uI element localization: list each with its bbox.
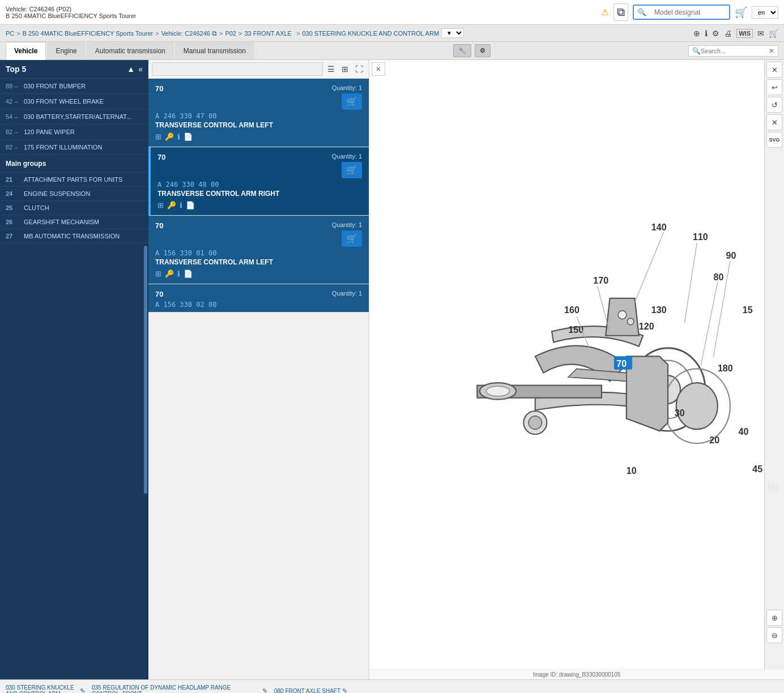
thumb-label-2[interactable]: 035 REGULATION OF DYNAMIC HEADLAMP RANGE… xyxy=(86,685,267,693)
tab-manual-transmission[interactable]: Manual transmission xyxy=(175,42,254,59)
diagram-area: ✕ xyxy=(369,60,784,679)
part-item-4-pos: 70 xyxy=(155,290,163,298)
sidebar-main-groups-label: Main groups xyxy=(0,155,148,173)
thumb-label-1[interactable]: 030 STEERING KNUCKLE AND CONTROL ARM ✎ xyxy=(6,685,85,693)
svg-text:180: 180 xyxy=(718,363,733,373)
sidebar-main-27[interactable]: 27 MB AUTOMATIC TRANSMISSION xyxy=(0,229,148,243)
sidebar-main-25[interactable]: 25 CLUTCH xyxy=(0,201,148,215)
mail-icon[interactable]: ✉ xyxy=(757,29,764,38)
tab-extra-icons: 🔧 ⚙ xyxy=(453,44,491,57)
list-view-icon[interactable]: ☰ xyxy=(325,63,337,75)
sidebar-close-btn[interactable]: « xyxy=(138,65,143,74)
thumb-2-edit-icon[interactable]: ✎ xyxy=(262,687,267,694)
search-icon: 🔍 xyxy=(634,6,650,19)
part-3-info-icon[interactable]: ℹ xyxy=(177,270,180,278)
part-1-table-icon[interactable]: ⊞ xyxy=(155,132,161,141)
expand-icon[interactable]: ⛶ xyxy=(353,63,365,75)
diagram-history-btn[interactable]: ↩ xyxy=(766,79,782,95)
add-to-cart-btn-3[interactable]: 🛒 xyxy=(342,230,362,247)
nav-search-icon: 🔍 xyxy=(692,47,701,55)
svg-text:130: 130 xyxy=(651,305,667,315)
part-1-key-icon[interactable]: 🔑 xyxy=(165,132,174,141)
part-item-1-name: TRANSVERSE CONTROL ARM LEFT xyxy=(155,121,362,129)
sidebar-header: Top 5 ▲ « xyxy=(0,60,148,79)
svg-text:45: 45 xyxy=(752,464,762,474)
model-search-input[interactable] xyxy=(650,6,729,19)
diagram-image-id: Image ID: drawing_B33030000105 xyxy=(369,669,784,679)
thumb-label-3[interactable]: 080 FRONT AXLE SHAFT ✎ xyxy=(269,685,347,693)
breadcrumb-frontaxle[interactable]: 33 FRONT AXLE xyxy=(244,30,292,37)
part-3-doc-icon[interactable]: 📄 xyxy=(184,270,193,278)
diagram-cross-btn[interactable]: ✕ xyxy=(766,114,782,130)
diagram-svg-btn[interactable]: SVG xyxy=(766,132,782,148)
diagram-zoom-in-btn[interactable]: ⊕ xyxy=(766,610,782,626)
sidebar-main-24[interactable]: 24 ENGINE SUSPENSION xyxy=(0,187,148,201)
part-item-2-name: TRANSVERSE CONTROL ARM RIGHT xyxy=(157,190,362,198)
svg-line-33 xyxy=(701,282,718,365)
info-icon[interactable]: ℹ xyxy=(705,29,708,38)
part-1-doc-icon[interactable]: 📄 xyxy=(184,132,193,141)
part-item-4: 70 Quantity: 1 A 156 330 02 00 xyxy=(148,284,369,313)
part-2-info-icon[interactable]: ℹ xyxy=(180,201,182,209)
breadcrumb-model[interactable]: B 250 4MATIC BlueEFFICIENCY Sports Toure… xyxy=(23,30,153,37)
part-3-key-icon[interactable]: 🔑 xyxy=(165,270,174,278)
sidebar-item-top5-1[interactable]: 88 – 030 FRONT BUMPER xyxy=(0,79,148,94)
sidebar-item-top5-3[interactable]: 54 – 030 BATTERY,STARTER/ALTERNAT... xyxy=(0,109,148,125)
zoom-in-icon[interactable]: ⊕ xyxy=(693,29,700,38)
print-icon[interactable]: 🖨 xyxy=(724,29,732,38)
part-2-key-icon[interactable]: 🔑 xyxy=(167,201,176,209)
cart-icon[interactable]: 🛒 xyxy=(735,6,747,19)
language-selector[interactable]: en xyxy=(752,6,778,19)
grid-view-icon[interactable]: ⊞ xyxy=(339,63,351,75)
diagram-undo-btn[interactable]: ↺ xyxy=(766,97,782,113)
sidebar-item-top5-5[interactable]: 82 – 175 FRONT ILLUMINATION xyxy=(0,140,148,155)
breadcrumb-vehicle[interactable]: Vehicle: C246246 ⧉ xyxy=(161,29,217,37)
nav-tabs: Vehicle Engine Automatic transmission Ma… xyxy=(0,42,784,60)
tab-engine[interactable]: Engine xyxy=(47,42,85,59)
parts-search-bar[interactable] xyxy=(152,62,323,76)
header-controls: ⚠ ⧉ 🔍 🛒 en xyxy=(601,3,778,21)
diagram-tools: ✕ ↩ ↺ ✕ SVG ⊕ ⊖ xyxy=(764,60,784,669)
vehicle-copy-icon[interactable]: ⧉ xyxy=(212,29,217,37)
nav-search-clear-icon[interactable]: ✕ xyxy=(769,47,774,55)
add-to-cart-btn-1[interactable]: 🛒 xyxy=(342,93,362,110)
model-label: B 250 4MATIC BlueEFFICIENCY Sports Toure… xyxy=(6,12,136,19)
nav-search-input[interactable] xyxy=(701,48,769,54)
part-item-1-code: A 246 330 47 00 xyxy=(155,112,362,120)
filter-icon[interactable]: ⚙ xyxy=(712,29,719,38)
sidebar-item-top5-4[interactable]: 82 – 120 PANE WIPER xyxy=(0,125,148,140)
sidebar-item-top5-2[interactable]: 42 – 030 FRONT WHEEL BRAKE xyxy=(0,94,148,109)
diagram-close-tool-btn[interactable]: ✕ xyxy=(766,62,782,78)
thumbnails-labels: 030 STEERING KNUCKLE AND CONTROL ARM ✎ 0… xyxy=(6,685,778,693)
part-2-doc-icon[interactable]: 📄 xyxy=(186,201,195,209)
cart-header-icon[interactable]: 🛒 xyxy=(769,29,778,38)
wis-icon[interactable]: WIS xyxy=(736,29,753,38)
tab-auto-transmission[interactable]: Automatic transmission xyxy=(87,42,174,59)
diagram-close-btn[interactable]: ✕ xyxy=(372,62,385,76)
warning-icon[interactable]: ⚠ xyxy=(601,7,609,18)
add-to-cart-btn-2[interactable]: 🛒 xyxy=(342,162,362,178)
svg-text:140: 140 xyxy=(651,222,667,232)
tab-vehicle[interactable]: Vehicle xyxy=(6,42,46,60)
part-item-3: 70 Quantity: 1 🛒 A 156 330 01 00 TRANSVE… xyxy=(148,216,369,284)
svg-point-10 xyxy=(627,318,634,325)
copy-icon[interactable]: ⧉ xyxy=(613,3,628,21)
tab-tool-icon-2[interactable]: ⚙ xyxy=(475,44,491,57)
breadcrumb-dropdown[interactable]: ▼ xyxy=(441,28,464,38)
thumb-1-edit-icon[interactable]: ✎ xyxy=(80,687,85,694)
part-2-table-icon[interactable]: ⊞ xyxy=(157,201,164,209)
breadcrumb-p02[interactable]: P02 xyxy=(225,30,236,37)
breadcrumb-pc[interactable]: PC xyxy=(6,30,14,37)
svg-text:20: 20 xyxy=(709,435,719,445)
sidebar-main-21[interactable]: 21 ATTACHMENT PARTS FOR UNITS xyxy=(0,173,148,187)
sidebar-main-26[interactable]: 26 GEARSHIFT MECHANISM xyxy=(0,215,148,229)
svg-text:170: 170 xyxy=(593,275,608,285)
part-3-table-icon[interactable]: ⊞ xyxy=(155,270,161,278)
diagram-zoom-out-btn[interactable]: ⊖ xyxy=(766,627,782,643)
thumb-3-edit-icon[interactable]: ✎ xyxy=(342,687,347,694)
sidebar-collapse-btn[interactable]: ▲ xyxy=(127,65,135,74)
tab-tool-icon-1[interactable]: 🔧 xyxy=(453,44,471,57)
svg-line-31 xyxy=(684,243,697,323)
part-1-info-icon[interactable]: ℹ xyxy=(177,132,180,141)
part-item-3-icons: ⊞ 🔑 ℹ 📄 xyxy=(155,270,362,278)
